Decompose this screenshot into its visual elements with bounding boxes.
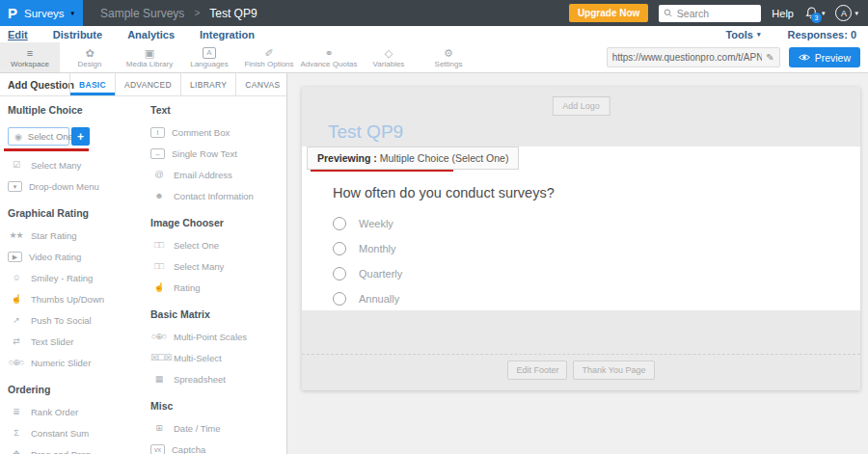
thank-you-page-button[interactable]: Thank You Page [573,361,654,380]
toolbar-right: ✎ Preview [607,42,868,72]
tools-menu[interactable]: Tools ▾ [725,29,760,40]
question-type-star-rating[interactable]: ★★Star Rating [8,230,149,241]
nav-item-analytics[interactable]: Analytics [127,29,175,40]
nav-item-distribute[interactable]: Distribute [53,29,102,40]
tab-basic[interactable]: BASIC [69,73,115,95]
option-quarterly: Quarterly [333,266,860,280]
numeric-slider-icon: ○⊕○ [8,358,24,368]
star-rating-icon: ★★ [8,230,24,241]
upgrade-now-button[interactable]: Upgrade Now [569,4,648,22]
footer-buttons: Edit FooterThank You Page [302,361,860,380]
chevron-down-icon: ▾ [71,10,75,17]
account-menu[interactable]: A ▾ [835,5,858,21]
tab-advanced[interactable]: ADVANCED [115,73,180,95]
question-type-drop-down-menu[interactable]: ▾Drop-down Menu [8,181,149,192]
comment-box-icon: I [150,127,165,138]
question-type-label: Single Row Text [172,148,237,159]
question-card: Previewing : Multiple Choice (Select One… [302,147,860,310]
question-type-label: Smiley - Rating [31,273,93,283]
question-type-single-row-text[interactable]: –Single Row Text [150,148,286,159]
survey-url-box[interactable]: ✎ [607,47,780,67]
contact-information-icon: ☻ [150,191,167,201]
radio-button-icon[interactable] [333,267,346,280]
question-type-captcha[interactable]: vxCaptcha [150,444,286,454]
help-link[interactable]: Help [772,8,794,19]
question-type-email-address[interactable]: @Email Address [150,170,286,180]
question-type-contact-information[interactable]: ☻Contact Information [150,191,286,201]
surveys-menu-label: Surveys [24,8,65,19]
question-type-select-one[interactable]: ◉Select One [8,127,69,146]
question-type-rank-order[interactable]: ≣Rank Order [8,407,149,417]
radio-button-icon[interactable] [333,292,346,306]
finish-options-icon: ✐ [264,47,273,59]
primary-nav: EditDistributeAnalyticsIntegration [8,29,255,40]
question-type-select-one[interactable]: □□Select One [150,240,286,251]
variables-icon: ◇ [385,47,393,59]
chevron-down-icon: ▾ [854,10,858,17]
drag-and-drop-icon: ✥ [8,449,24,454]
question-type-thumbs-up-down[interactable]: ☝Thumbs Up/Down [8,294,149,305]
rank-order-icon: ≣ [8,407,24,417]
radio-button-icon[interactable] [333,242,346,255]
highlighted-question-type: ◉Select One+ [8,127,149,151]
question-type-select-many[interactable]: □□Select Many [150,261,286,272]
toolbar-variables[interactable]: ◇Variables [359,42,419,72]
question-type-text-slider[interactable]: ⇄Text Slider [8,336,149,347]
toolbar-item-label: Finish Options [244,60,293,68]
preview-button[interactable]: Preview [789,47,860,67]
question-type-drag-and-drop[interactable]: ✥Drag and Drop [8,449,149,454]
question-type-smiley-rating[interactable]: ☺Smiley - Rating [8,273,149,283]
question-type-spreadsheet[interactable]: ▦Spreadsheet [150,374,286,385]
question-type-select-many[interactable]: ☑Select Many [8,160,149,171]
select-many-icon: □□ [150,261,167,272]
tab-library[interactable]: LIBRARY [180,73,235,95]
toolbar-design[interactable]: ✿Design [60,42,120,72]
question-type-rating[interactable]: ☝Rating [150,282,286,293]
chevron-down-icon: ▾ [757,31,761,39]
question-type-label: Email Address [174,170,232,180]
breadcrumb-parent[interactable]: Sample Surveys [100,7,184,20]
section-title-ordering: Ordering [8,384,149,395]
option-annually: Annually [333,291,860,306]
question-type-numeric-slider[interactable]: ○⊕○Numeric Slider [8,358,149,368]
search-box[interactable] [659,5,761,22]
question-type-label: Select One [28,131,73,142]
breadcrumb: Sample Surveys > Test QP9 [100,0,258,26]
question-type-date-time[interactable]: ⊞Date / Time [150,423,286,434]
radio-button-icon[interactable] [333,217,346,230]
thumbs-up-down-icon: ☝ [8,294,24,305]
edit-url-pencil-icon[interactable]: ✎ [762,52,773,63]
question-type-comment-box[interactable]: IComment Box [150,127,286,138]
search-input[interactable] [677,8,757,19]
notifications-button[interactable]: 3 ▾ [804,6,826,20]
option-label: Annually [359,293,399,305]
nav-item-integration[interactable]: Integration [200,29,255,40]
responses-count[interactable]: Responses: 0 [787,29,856,40]
secondary-nav: EditDistributeAnalyticsIntegration Tools… [0,26,868,42]
question-type-video-rating[interactable]: ▶Video Rating [8,252,149,262]
edit-footer-button[interactable]: Edit Footer [507,361,567,380]
survey-url-input[interactable] [612,52,763,63]
toolbar-languages[interactable]: ALanguages [179,42,239,72]
question-type-constant-sum[interactable]: ΣConstant Sum [8,428,149,439]
toolbar-workspace[interactable]: ≡Workspace [0,42,60,72]
add-logo-button[interactable]: Add Logo [552,96,610,116]
question-type-multi-point-scales[interactable]: ○⊕○Multi-Point Scales [150,332,286,342]
push-to-social-icon: ↗ [8,315,24,326]
toolbar-finish-options[interactable]: ✐Finish Options [239,42,299,72]
surveys-menu[interactable]: P Surveys ▾ [0,0,83,26]
toolbar-item-label: Variables [373,60,405,68]
toolbar-settings[interactable]: ⚙Settings [419,42,478,72]
topbar-actions: Upgrade Now Help 3 ▾ A ▾ [569,0,868,26]
select-one-icon: □□ [150,240,167,251]
toolbar-media-library[interactable]: ▣Media Library [120,42,179,72]
tab-canvas[interactable]: CANVAS [235,73,287,95]
previewing-label-bold: Previewing : [317,152,377,164]
toolbar-advance-quotas[interactable]: ⚭Advance Quotas [299,42,359,72]
design-icon: ✿ [85,47,94,59]
question-type-push-to-social[interactable]: ↗Push To Social [8,315,149,326]
add-question-type-button[interactable]: + [71,127,90,146]
annotation-underline-select-one [4,148,89,151]
question-type-multi-select[interactable]: ☒☐☒Multi-Select [150,353,286,363]
nav-item-edit[interactable]: Edit [8,29,28,40]
